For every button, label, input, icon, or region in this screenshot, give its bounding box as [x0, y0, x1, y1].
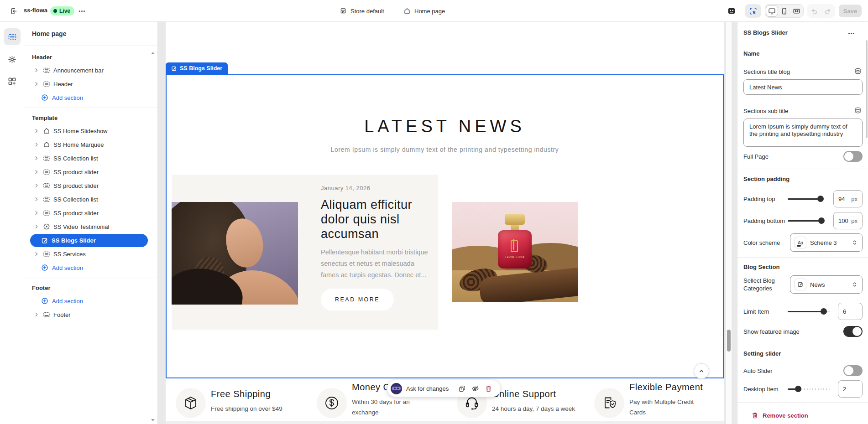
- chevron-right-icon[interactable]: [33, 67, 40, 73]
- store-context-selector[interactable]: Store default: [340, 5, 384, 16]
- sidebar-item-header[interactable]: Header: [24, 77, 157, 91]
- sidebar-scroll-up-icon[interactable]: [151, 52, 155, 54]
- image-bottle-cap-shape: [505, 214, 525, 225]
- rail-app-blocks-button[interactable]: [4, 73, 21, 90]
- sidebar-item-label: SS Collection list: [53, 196, 98, 203]
- remove-section-button[interactable]: Remove section: [751, 408, 808, 422]
- dynamic-source-icon[interactable]: [854, 107, 862, 114]
- slider-thumb[interactable]: [817, 196, 824, 202]
- chevron-right-icon[interactable]: [33, 141, 40, 148]
- live-status-badge[interactable]: Live: [50, 6, 74, 16]
- app-embeds-icon: [727, 7, 736, 15]
- limit-item-slider[interactable]: [788, 308, 830, 315]
- add-section-header-button[interactable]: Add section: [24, 91, 157, 104]
- exit-editor-button[interactable]: [7, 5, 20, 17]
- rail-theme-settings-button[interactable]: [4, 51, 21, 68]
- redo-button[interactable]: [821, 4, 835, 18]
- panel-scrollbar-thumb[interactable]: [866, 40, 868, 138]
- sidebar-item-ss-collection-list-2[interactable]: SS Collection list: [24, 192, 157, 206]
- padding-bottom-value-box[interactable]: 100 px: [833, 212, 863, 229]
- fullwidth-preview-button[interactable]: [790, 5, 803, 17]
- sidebar-item-ss-video-testimonial[interactable]: SS Video Testimonial: [24, 220, 157, 233]
- preview-scrollbar-thumb[interactable]: [727, 330, 731, 352]
- padding-top-label: Padding top: [743, 196, 788, 202]
- scroll-to-top-button[interactable]: [694, 363, 709, 379]
- full-page-row: Full Page: [743, 150, 863, 162]
- panel-overflow-menu-button[interactable]: [846, 30, 857, 36]
- page-context-selector[interactable]: Home page: [403, 5, 445, 16]
- padding-top-slider[interactable]: [788, 195, 824, 202]
- sidebar-item-ss-home-slideshow[interactable]: SS Home Slideshow: [24, 124, 157, 138]
- chevron-right-icon[interactable]: [33, 223, 40, 230]
- desktop-preview-button[interactable]: [766, 5, 778, 17]
- limit-item-value-box[interactable]: 6: [838, 303, 863, 320]
- add-section-footer-button[interactable]: Add section: [24, 294, 157, 308]
- show-featured-image-toggle[interactable]: [843, 326, 863, 337]
- blog-categories-select[interactable]: News: [790, 275, 863, 294]
- save-button[interactable]: Save: [839, 5, 862, 17]
- duplicate-section-button[interactable]: [457, 384, 466, 393]
- feature-text: Flexible Payment Pay with Multiple Credi…: [629, 382, 708, 418]
- edit-icon: [41, 237, 48, 244]
- read-more-button[interactable]: READ MORE: [321, 289, 394, 310]
- blog-post-excerpt: Pellentesque habitant morbi tristique se…: [321, 247, 428, 281]
- sidebar-item-ss-product-slider-2[interactable]: SS product slider: [24, 179, 157, 192]
- sidebar-item-ss-product-slider-3[interactable]: SS product slider: [24, 206, 157, 220]
- rail-sections-button[interactable]: [4, 28, 21, 45]
- add-section-template-button[interactable]: Add section: [24, 261, 157, 274]
- sidebar-scroll-down-icon[interactable]: [151, 419, 155, 421]
- mobile-preview-button[interactable]: [778, 5, 790, 17]
- slider-thumb[interactable]: [795, 386, 801, 392]
- chevron-right-icon[interactable]: [33, 210, 40, 216]
- chevron-right-icon[interactable]: [33, 81, 40, 87]
- sidebar-item-ss-blogs-slider-selected[interactable]: SS Blogs Slider: [30, 234, 148, 247]
- sidebar-item-ss-services[interactable]: SS Services: [24, 247, 157, 261]
- full-page-toggle[interactable]: [843, 151, 863, 162]
- setting-slider-heading: Setting slider: [743, 350, 781, 357]
- hide-section-button[interactable]: [471, 384, 480, 393]
- selected-section-tag[interactable]: SS Blogs Slider: [166, 62, 228, 74]
- preview-scrollbar[interactable]: [726, 22, 732, 424]
- undo-button[interactable]: [807, 4, 821, 18]
- desktop-item-value-box[interactable]: 2: [838, 380, 863, 398]
- sidebar-item-footer[interactable]: Footer: [24, 308, 157, 321]
- sidebar-item-ss-collection-list-1[interactable]: SS Collection list: [24, 151, 157, 165]
- theme-overflow-menu-button[interactable]: [77, 7, 88, 15]
- sections-title-blog-input[interactable]: [743, 79, 863, 95]
- padding-bottom-slider[interactable]: [788, 217, 824, 224]
- ask-for-changes-button[interactable]: Ask for changes: [406, 385, 449, 392]
- slider-thumb[interactable]: [821, 308, 827, 315]
- slider-thumb[interactable]: [818, 217, 825, 224]
- divider: [24, 278, 157, 278]
- scheme-swatch-icon: Aa: [795, 237, 806, 248]
- feature-free-shipping: Free Shipping Free shipping on over $49: [176, 382, 289, 418]
- section-icon: [43, 196, 50, 203]
- sidebar-item-ss-home-marquee[interactable]: SS Home Marquee: [24, 138, 157, 151]
- auto-slider-toggle[interactable]: [843, 365, 863, 376]
- sections-sub-title-textarea[interactable]: Lorem Ipsum is simply dummy text of the …: [743, 119, 863, 147]
- home-icon: [43, 141, 50, 148]
- device-preview-segmented-control: [765, 4, 804, 18]
- delete-section-button[interactable]: [484, 384, 493, 393]
- dynamic-source-icon[interactable]: [854, 67, 862, 75]
- chevron-right-icon[interactable]: [33, 182, 40, 189]
- color-scheme-select[interactable]: Aa Scheme 3: [790, 233, 863, 252]
- show-featured-image-label: Show featured image: [743, 328, 800, 335]
- sections-sub-title-label: Sections sub title: [743, 108, 788, 114]
- chevron-right-icon[interactable]: [33, 251, 40, 257]
- desktop-item-slider[interactable]: [788, 385, 830, 393]
- chevron-right-icon[interactable]: [33, 311, 40, 318]
- inspector-toggle-button[interactable]: [745, 4, 761, 18]
- padding-bottom-row: Padding bottom 100 px: [743, 212, 863, 229]
- chevron-right-icon[interactable]: [33, 128, 40, 134]
- chevron-right-icon[interactable]: [33, 155, 40, 161]
- chevron-right-icon[interactable]: [33, 196, 40, 202]
- sidebar-item-announcement-bar[interactable]: Announcement bar: [24, 63, 157, 77]
- footer-section-icon: [43, 311, 50, 318]
- app-embeds-button[interactable]: [726, 6, 737, 16]
- sidebar-item-ss-product-slider-1[interactable]: SS product slider: [24, 165, 157, 179]
- padding-top-value-box[interactable]: 94 px: [833, 190, 863, 207]
- chevron-right-icon[interactable]: [33, 169, 40, 175]
- package-box-icon: [176, 388, 206, 418]
- sidebar-item-label: Footer: [53, 311, 71, 318]
